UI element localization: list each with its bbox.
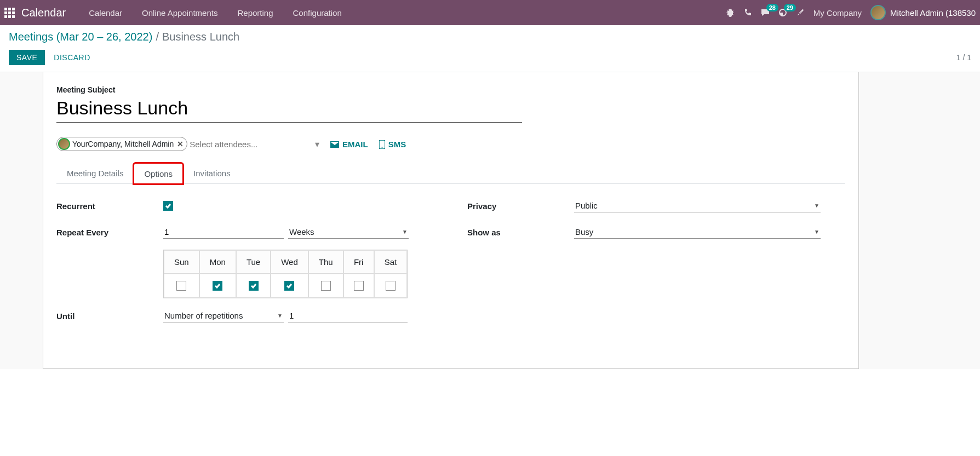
showas-select[interactable]: Busy ▼ bbox=[574, 226, 821, 239]
day-cell-thu bbox=[308, 274, 343, 298]
day-cell-sat bbox=[374, 274, 408, 298]
form-sheet: Meeting Subject YourCompany, Mitchell Ad… bbox=[43, 72, 859, 369]
privacy-select[interactable]: Public ▼ bbox=[574, 199, 821, 212]
user-menu[interactable]: Mitchell Admin (138530 bbox=[870, 5, 976, 20]
day-checkbox-sun[interactable] bbox=[176, 281, 186, 291]
envelope-icon bbox=[330, 141, 339, 148]
debug-icon[interactable] bbox=[726, 8, 735, 17]
main-navbar: Calendar Calendar Online Appointments Re… bbox=[0, 0, 980, 25]
until-count-input[interactable] bbox=[288, 309, 408, 322]
nav-right: 28 29 My Company Mitchell Admin (138530 bbox=[726, 5, 976, 20]
day-header-sat: Sat bbox=[374, 250, 408, 274]
day-checkbox-mon[interactable] bbox=[213, 281, 222, 291]
control-panel: Meetings (Mar 20 – 26, 2022) / Business … bbox=[0, 25, 980, 72]
chevron-down-icon: ▼ bbox=[277, 313, 283, 319]
day-header-thu: Thu bbox=[308, 250, 343, 274]
tools-icon[interactable] bbox=[796, 8, 805, 17]
attendee-avatar bbox=[58, 138, 70, 150]
repeat-interval-input[interactable] bbox=[163, 226, 284, 239]
chevron-down-icon: ▼ bbox=[814, 203, 819, 209]
email-action[interactable]: EMAIL bbox=[330, 140, 368, 149]
day-checkbox-fri[interactable] bbox=[354, 281, 364, 291]
chevron-down-icon: ▼ bbox=[402, 229, 408, 235]
day-cell-wed bbox=[271, 274, 308, 298]
repeat-every-label: Repeat Every bbox=[56, 228, 163, 237]
until-mode-select[interactable]: Number of repetitions ▼ bbox=[163, 309, 284, 322]
notebook-tabs: Meeting Details Options Invitations bbox=[56, 163, 845, 184]
sms-action[interactable]: SMS bbox=[379, 140, 406, 149]
phone-icon[interactable] bbox=[743, 8, 752, 17]
breadcrumb-current: Business Lunch bbox=[162, 31, 239, 43]
day-checkbox-wed[interactable] bbox=[284, 281, 294, 291]
nav-item-configuration[interactable]: Configuration bbox=[283, 2, 352, 24]
user-name: Mitchell Admin (138530 bbox=[890, 8, 976, 18]
day-cell-mon bbox=[199, 274, 236, 298]
day-header-mon: Mon bbox=[199, 250, 236, 274]
discard-button[interactable]: DISCARD bbox=[54, 53, 90, 62]
day-header-sun: Sun bbox=[164, 250, 199, 274]
day-cell-fri bbox=[343, 274, 374, 298]
day-header-wed: Wed bbox=[271, 250, 308, 274]
messages-badge: 28 bbox=[766, 4, 778, 11]
day-cell-sun bbox=[164, 274, 199, 298]
repeat-unit-select[interactable]: Weeks ▼ bbox=[288, 226, 409, 239]
day-checkbox-tue[interactable] bbox=[249, 281, 259, 291]
privacy-label: Privacy bbox=[467, 201, 574, 211]
nav-menu: Calendar Online Appointments Reporting C… bbox=[79, 2, 352, 24]
company-switcher[interactable]: My Company bbox=[813, 8, 862, 18]
chevron-down-icon[interactable]: ▾ bbox=[315, 139, 319, 149]
nav-item-calendar[interactable]: Calendar bbox=[79, 2, 132, 24]
tab-meeting-details[interactable]: Meeting Details bbox=[56, 163, 134, 183]
tab-content-options: Recurrent Repeat Every bbox=[56, 184, 845, 347]
activity-icon[interactable]: 29 bbox=[778, 8, 787, 17]
breadcrumb-parent[interactable]: Meetings (Mar 20 – 26, 2022) bbox=[9, 31, 152, 43]
day-checkbox-sat[interactable] bbox=[386, 281, 396, 291]
apps-icon[interactable] bbox=[4, 8, 15, 18]
mobile-icon bbox=[379, 140, 385, 149]
until-label: Until bbox=[56, 311, 163, 321]
day-header-fri: Fri bbox=[343, 250, 374, 274]
breadcrumb: Meetings (Mar 20 – 26, 2022) / Business … bbox=[9, 31, 971, 43]
save-button[interactable]: SAVE bbox=[9, 50, 45, 65]
showas-label: Show as bbox=[467, 228, 574, 237]
tab-options[interactable]: Options bbox=[134, 163, 183, 184]
weekday-table: SunMonTueWedThuFriSat bbox=[163, 250, 408, 298]
breadcrumb-separator: / bbox=[156, 31, 159, 43]
recurrent-checkbox[interactable] bbox=[163, 201, 173, 211]
recurrent-label: Recurrent bbox=[56, 201, 163, 211]
day-checkbox-thu[interactable] bbox=[321, 281, 331, 291]
attendee-remove-icon[interactable]: ✕ bbox=[177, 140, 184, 148]
attendees-field[interactable]: YourCompany, Mitchell Admin ✕ ▾ bbox=[56, 137, 319, 152]
attendee-tag[interactable]: YourCompany, Mitchell Admin ✕ bbox=[56, 137, 187, 151]
chevron-down-icon: ▼ bbox=[814, 229, 819, 235]
activity-badge: 29 bbox=[784, 4, 796, 11]
attendee-input[interactable] bbox=[187, 137, 315, 151]
nav-item-online-appointments[interactable]: Online Appointments bbox=[132, 2, 227, 24]
subject-label: Meeting Subject bbox=[56, 85, 845, 94]
pager[interactable]: 1 / 1 bbox=[956, 53, 971, 62]
day-cell-tue bbox=[236, 274, 271, 298]
nav-item-reporting[interactable]: Reporting bbox=[227, 2, 283, 24]
app-brand[interactable]: Calendar bbox=[21, 7, 66, 19]
attendee-tag-label: YourCompany, Mitchell Admin bbox=[72, 140, 174, 148]
svg-point-1 bbox=[381, 147, 382, 148]
day-header-tue: Tue bbox=[236, 250, 271, 274]
messages-icon[interactable]: 28 bbox=[761, 8, 770, 17]
subject-input[interactable] bbox=[56, 96, 522, 123]
tab-invitations[interactable]: Invitations bbox=[183, 163, 241, 183]
avatar bbox=[870, 5, 886, 20]
